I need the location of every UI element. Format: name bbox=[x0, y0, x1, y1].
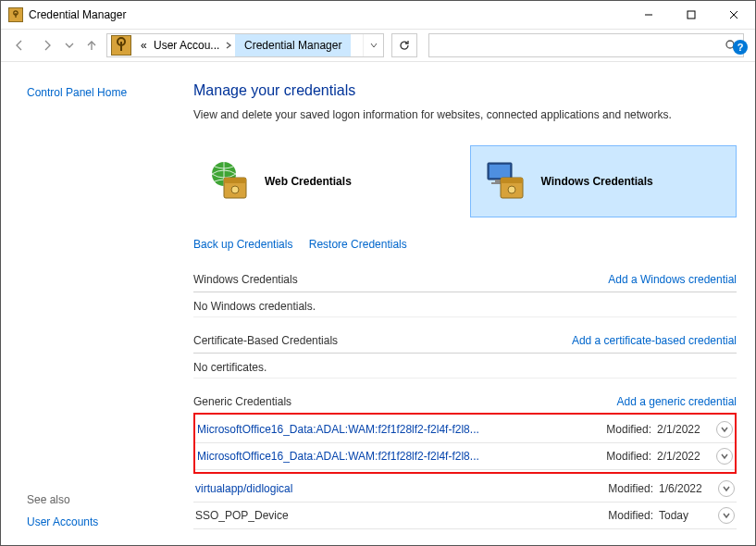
breadcrumb-prefix: « bbox=[135, 34, 148, 56]
modified-date: 1/6/2022 bbox=[659, 482, 711, 495]
section-empty-text: No Windows credentials. bbox=[193, 292, 737, 317]
location-icon bbox=[111, 35, 131, 56]
add-generic-credential-link[interactable]: Add a generic credential bbox=[617, 395, 737, 408]
credential-name: MicrosoftOffice16_Data:ADAL:WAM:f2f1f28l… bbox=[197, 423, 479, 436]
backup-credentials-link[interactable]: Back up Credentials bbox=[193, 238, 292, 251]
navigation-bar: « User Accou... Credential Manager bbox=[1, 29, 755, 62]
chevron-right-icon[interactable] bbox=[222, 42, 235, 49]
svg-point-14 bbox=[231, 186, 239, 193]
chevron-down-icon[interactable] bbox=[716, 448, 733, 465]
breadcrumb-segment-2[interactable]: Credential Manager bbox=[235, 34, 351, 56]
window: Credential Manager « User Accou... Crede… bbox=[0, 0, 756, 546]
credential-name: SSO_POP_Device bbox=[195, 509, 289, 522]
modified-date: 2/1/2022 bbox=[657, 423, 709, 436]
control-panel-home-link[interactable]: Control Panel Home bbox=[27, 86, 186, 99]
chevron-down-icon[interactable] bbox=[716, 421, 733, 438]
modified-label: Modified: bbox=[606, 423, 657, 436]
chevron-down-icon[interactable] bbox=[718, 480, 735, 497]
credential-row[interactable]: SSO_POP_DeviceModified:Today bbox=[193, 503, 737, 529]
add-certificate-credential-link[interactable]: Add a certificate-based credential bbox=[572, 334, 737, 347]
search-input[interactable] bbox=[428, 33, 744, 57]
svg-rect-1 bbox=[15, 13, 16, 18]
section-title: Windows Credentials bbox=[193, 273, 298, 286]
generic-credentials-section: Generic Credentials Add a generic creden… bbox=[193, 391, 737, 529]
recent-locations-button[interactable] bbox=[62, 32, 77, 58]
up-button[interactable] bbox=[79, 32, 105, 58]
svg-rect-16 bbox=[490, 165, 510, 178]
forward-button[interactable] bbox=[34, 32, 60, 58]
certificate-credentials-section: Certificate-Based Credentials Add a cert… bbox=[193, 330, 737, 378]
help-icon[interactable]: ? bbox=[733, 40, 748, 55]
modified-date: 2/1/2022 bbox=[657, 450, 709, 463]
svg-point-21 bbox=[508, 186, 515, 193]
credential-manager-icon bbox=[8, 7, 23, 22]
content-area: Control Panel Home See also User Account… bbox=[1, 62, 755, 545]
refresh-button[interactable] bbox=[391, 33, 417, 57]
window-controls bbox=[627, 1, 755, 29]
see-also-label: See also bbox=[27, 493, 98, 506]
credential-name: MicrosoftOffice16_Data:ADAL:WAM:f2f1f28l… bbox=[197, 450, 479, 463]
credential-type-tiles: Web Credentials Win bbox=[193, 145, 737, 217]
svg-rect-3 bbox=[688, 11, 695, 19]
modified-label: Modified: bbox=[608, 482, 659, 495]
web-credentials-label: Web Credentials bbox=[265, 175, 352, 188]
credential-row[interactable]: virtualapp/didlogicalModified:1/6/2022 bbox=[193, 476, 737, 503]
add-windows-credential-link[interactable]: Add a Windows credential bbox=[608, 273, 737, 286]
windows-credentials-icon bbox=[484, 159, 528, 204]
minimize-button[interactable] bbox=[627, 1, 670, 29]
modified-label: Modified: bbox=[608, 509, 659, 522]
modified-label: Modified: bbox=[606, 450, 657, 463]
credential-actions: Back up Credentials Restore Credentials bbox=[193, 238, 737, 251]
user-accounts-link[interactable]: User Accounts bbox=[27, 515, 98, 528]
chevron-down-icon[interactable] bbox=[718, 507, 735, 524]
page-description: View and delete your saved logon informa… bbox=[193, 108, 737, 121]
page-heading: Manage your credentials bbox=[193, 82, 737, 99]
section-title: Certificate-Based Credentials bbox=[193, 334, 338, 347]
address-dropdown-button[interactable] bbox=[363, 34, 383, 56]
restore-credentials-link[interactable]: Restore Credentials bbox=[309, 238, 407, 251]
credential-row[interactable]: MicrosoftOffice16_Data:ADAL:WAM:f2f1f28l… bbox=[195, 416, 735, 443]
svg-rect-20 bbox=[501, 178, 523, 183]
credential-name: virtualapp/didlogical bbox=[195, 482, 292, 495]
highlighted-credentials: MicrosoftOffice16_Data:ADAL:WAM:f2f1f28l… bbox=[193, 413, 737, 474]
windows-credentials-section: Windows Credentials Add a Windows creden… bbox=[193, 269, 737, 317]
maximize-button[interactable] bbox=[670, 1, 713, 29]
svg-rect-8 bbox=[120, 42, 122, 51]
web-credentials-icon bbox=[207, 159, 252, 204]
section-empty-text: No certificates. bbox=[193, 354, 737, 378]
breadcrumb-segment-1[interactable]: User Accou... bbox=[148, 34, 222, 56]
svg-rect-13 bbox=[224, 178, 246, 183]
windows-credentials-tile[interactable]: Windows Credentials bbox=[470, 145, 737, 217]
modified-date: Today bbox=[659, 509, 711, 522]
close-button[interactable] bbox=[713, 1, 755, 29]
section-title: Generic Credentials bbox=[193, 395, 291, 408]
main-panel: ? Manage your credentials View and delet… bbox=[186, 62, 755, 545]
left-panel: Control Panel Home See also User Account… bbox=[1, 62, 186, 545]
windows-credentials-label: Windows Credentials bbox=[541, 175, 653, 188]
titlebar: Credential Manager bbox=[1, 1, 755, 29]
back-button[interactable] bbox=[6, 32, 32, 58]
web-credentials-tile[interactable]: Web Credentials bbox=[193, 145, 461, 217]
credential-row[interactable]: MicrosoftOffice16_Data:ADAL:WAM:f2f1f28l… bbox=[195, 443, 735, 470]
address-bar[interactable]: « User Accou... Credential Manager bbox=[106, 33, 384, 57]
window-title: Credential Manager bbox=[29, 8, 126, 21]
